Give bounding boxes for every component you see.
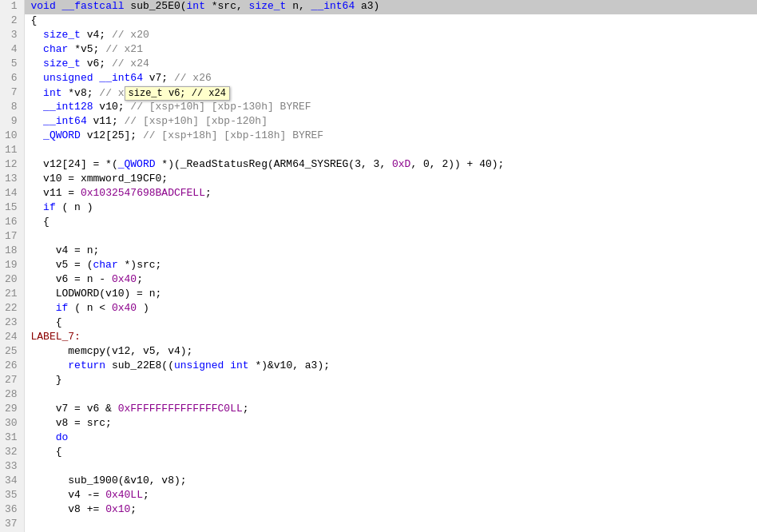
line-number: 27 — [0, 374, 24, 388]
line-number: 3 — [0, 29, 24, 43]
table-row: 31 do — [0, 431, 757, 446]
table-row: 37 — [0, 518, 757, 532]
table-row: 11 — [0, 144, 757, 158]
code-content: { — [24, 446, 757, 460]
table-row: 12 v12[24] = *(_QWORD *)(_ReadStatusReg(… — [0, 158, 757, 173]
line-number: 33 — [0, 460, 24, 474]
line-number: 14 — [0, 187, 24, 201]
table-row: 9 __int64 v11; // [xsp+10h] [xbp-120h] — [0, 115, 757, 129]
code-content: v6 = n - 0x40; — [24, 273, 757, 288]
table-row: 36 v8 += 0x10; — [0, 503, 757, 518]
line-number: 2 — [0, 14, 24, 29]
line-number: 6 — [0, 72, 24, 86]
line-number: 25 — [0, 345, 24, 359]
line-number: 4 — [0, 43, 24, 58]
code-content: v11 = 0x1032547698BADCFELL; — [24, 187, 757, 201]
table-row: 26 return sub_22E8((unsigned int *)&v10,… — [0, 359, 757, 374]
table-row: 17 — [0, 230, 757, 244]
code-table: 1void __fastcall sub_25E0(int *src, size… — [0, 0, 757, 532]
line-number: 21 — [0, 288, 24, 302]
code-content: v4 = n; — [24, 244, 757, 259]
table-row: 34 sub_1900(&v10, v8); — [0, 474, 757, 489]
table-row: 3 size_t v4; // x20 — [0, 29, 757, 43]
table-row: 22 if ( n < 0x40 ) — [0, 302, 757, 316]
line-number: 13 — [0, 173, 24, 187]
code-content: memcpy(v12, v5, v4); — [24, 345, 757, 359]
table-row: 16 { — [0, 216, 757, 230]
code-content: void __fastcall sub_25E0(int *src, size_… — [24, 0, 757, 14]
line-number: 19 — [0, 259, 24, 273]
table-row: 25 memcpy(v12, v5, v4); — [0, 345, 757, 359]
line-number: 18 — [0, 244, 24, 259]
line-number: 37 — [0, 518, 24, 532]
code-content: { — [24, 216, 757, 230]
line-number: 29 — [0, 403, 24, 417]
line-number: 35 — [0, 489, 24, 503]
line-number: 10 — [0, 129, 24, 144]
code-content — [24, 388, 757, 403]
table-row: 19 v5 = (char *)src; — [0, 259, 757, 273]
code-content — [24, 460, 757, 474]
code-content: sub_1900(&v10, v8); — [24, 474, 757, 489]
table-row: 8 __int128 v10; // [xsp+10h] [xbp-130h] … — [0, 101, 757, 115]
table-row: 5 size_t v6; // x24 — [0, 58, 757, 72]
line-number: 5 — [0, 58, 24, 72]
code-content: if ( n < 0x40 ) — [24, 302, 757, 316]
code-content: size_t v6; // x24 — [24, 58, 757, 72]
code-content: v10 = xmmword_19CF0; — [24, 173, 757, 187]
table-row: 7 int *v8; // xsize_t v6; // x24 — [0, 86, 757, 101]
code-content: } — [24, 374, 757, 388]
line-number: 12 — [0, 158, 24, 173]
table-row: 4 char *v5; // x21 — [0, 43, 757, 58]
code-content — [24, 230, 757, 244]
table-row: 18 v4 = n; — [0, 244, 757, 259]
table-row: 23 { — [0, 316, 757, 331]
line-number: 16 — [0, 216, 24, 230]
line-number: 30 — [0, 417, 24, 431]
table-row: 13 v10 = xmmword_19CF0; — [0, 173, 757, 187]
line-number: 17 — [0, 230, 24, 244]
line-number: 7 — [0, 86, 24, 101]
line-number: 23 — [0, 316, 24, 331]
line-number: 1 — [0, 0, 24, 14]
code-content: size_t v4; // x20 — [24, 29, 757, 43]
line-number: 32 — [0, 446, 24, 460]
code-container[interactable]: 1void __fastcall sub_25E0(int *src, size… — [0, 0, 757, 532]
table-row: 29 v7 = v6 & 0xFFFFFFFFFFFFFFC0LL; — [0, 403, 757, 417]
code-content: if ( n ) — [24, 201, 757, 216]
code-content: return sub_22E8((unsigned int *)&v10, a3… — [24, 359, 757, 374]
code-content: __int64 v11; // [xsp+10h] [xbp-120h] — [24, 115, 757, 129]
code-content: __int128 v10; // [xsp+10h] [xbp-130h] BY… — [24, 101, 757, 115]
table-row: 21 LODWORD(v10) = n; — [0, 288, 757, 302]
line-number: 20 — [0, 273, 24, 288]
table-row: 32 { — [0, 446, 757, 460]
code-content: unsigned __int64 v7; // x26 — [24, 72, 757, 86]
table-row: 20 v6 = n - 0x40; — [0, 273, 757, 288]
line-number: 36 — [0, 503, 24, 518]
table-row: 27 } — [0, 374, 757, 388]
code-content: v8 += 0x10; — [24, 503, 757, 518]
code-content — [24, 144, 757, 158]
code-content: { — [24, 316, 757, 331]
table-row: 15 if ( n ) — [0, 201, 757, 216]
line-number: 28 — [0, 388, 24, 403]
table-row: 10 _QWORD v12[25]; // [xsp+18h] [xbp-118… — [0, 129, 757, 144]
table-row: 24LABEL_7: — [0, 331, 757, 345]
line-number: 8 — [0, 101, 24, 115]
table-row: 30 v8 = src; — [0, 417, 757, 431]
line-number: 11 — [0, 144, 24, 158]
table-row: 14 v11 = 0x1032547698BADCFELL; — [0, 187, 757, 201]
line-number: 24 — [0, 331, 24, 345]
code-content — [24, 518, 757, 532]
line-number: 34 — [0, 474, 24, 489]
code-content: _QWORD v12[25]; // [xsp+18h] [xbp-118h] … — [24, 129, 757, 144]
code-content: v7 = v6 & 0xFFFFFFFFFFFFFFC0LL; — [24, 403, 757, 417]
code-content: LODWORD(v10) = n; — [24, 288, 757, 302]
line-number: 22 — [0, 302, 24, 316]
line-number: 9 — [0, 115, 24, 129]
table-row: 33 — [0, 460, 757, 474]
code-content: do — [24, 431, 757, 446]
code-content: char *v5; // x21 — [24, 43, 757, 58]
code-content: v5 = (char *)src; — [24, 259, 757, 273]
line-number: 31 — [0, 431, 24, 446]
